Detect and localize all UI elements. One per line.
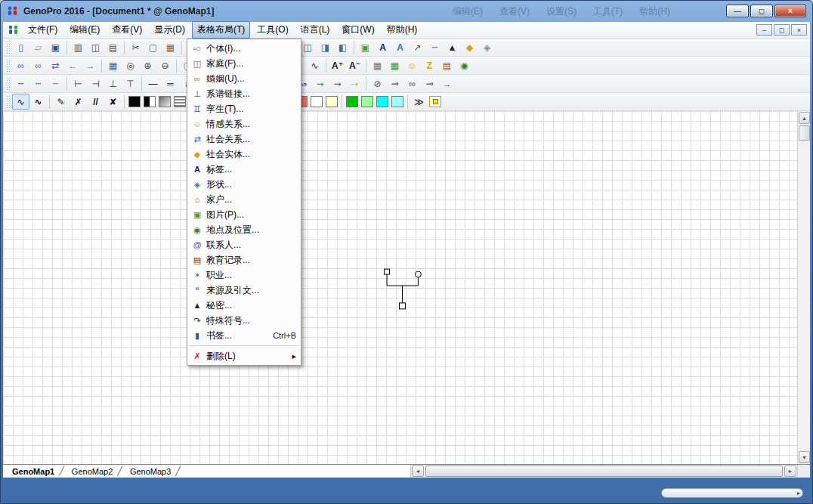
infinity-link-icon[interactable]: ∞ <box>403 76 421 91</box>
table-layout-a-icon[interactable]: ◨ <box>317 39 334 55</box>
menu-item-view[interactable]: 查看(V) <box>107 21 147 39</box>
mdi-minimize-button[interactable]: – <box>756 24 772 36</box>
table-view-icon[interactable]: ▦ <box>104 57 122 73</box>
zoom-out-icon[interactable]: ⊖ <box>156 57 174 73</box>
shape-icon[interactable]: ◈ <box>478 39 496 55</box>
delete-stroke-icon[interactable]: ✗ <box>70 94 87 110</box>
menu-item-household[interactable]: ⌂家户... <box>187 192 301 207</box>
genogram-fragment[interactable] <box>3 111 797 464</box>
align-top-icon[interactable]: ⊤ <box>122 76 139 91</box>
tab-genomap3[interactable]: GenoMap3 <box>124 467 174 476</box>
align-left-icon[interactable]: ⊢ <box>70 76 87 91</box>
custom-color-swatch[interactable] <box>429 96 441 107</box>
label-dark-icon[interactable]: A <box>374 39 391 55</box>
menu-item-source-citation[interactable]: “来源及引文... <box>187 283 301 298</box>
sources-book-icon[interactable]: ▤ <box>438 57 456 73</box>
menu-item-shape[interactable]: ◈形状... <box>187 177 301 192</box>
genomap-canvas[interactable] <box>3 111 797 464</box>
fill-half-swatch[interactable] <box>144 96 156 107</box>
align-right-icon[interactable]: ⊣ <box>87 76 104 91</box>
font-increase-icon[interactable]: A⁺ <box>329 57 346 73</box>
align-bottom-icon[interactable]: ⊥ <box>104 76 122 91</box>
toolbar-gripper[interactable] <box>6 95 10 109</box>
menu-item-file[interactable]: 文件(F) <box>23 21 63 39</box>
dash-style-icon[interactable]: ┄ <box>426 39 444 55</box>
horizontal-scroll-thumb[interactable] <box>425 465 783 477</box>
window-close-button[interactable]: × <box>774 5 806 17</box>
table-layout-b-icon[interactable]: ◧ <box>334 39 351 55</box>
menu-item-bookmark[interactable]: ▮书签...Ctrl+B <box>187 328 301 343</box>
menu-item-label[interactable]: A标签... <box>187 162 301 177</box>
horizontal-scrollbar[interactable]: ◄ ► <box>410 465 797 478</box>
background-scroll-right-arrow[interactable]: ▸ <box>797 490 800 496</box>
scroll-right-button[interactable]: ► <box>784 465 796 477</box>
curve-tool-1-icon[interactable]: ∿ <box>12 94 29 110</box>
hyperlink-1-icon[interactable]: ∞ <box>12 57 29 73</box>
hatch-icon[interactable]: // <box>87 94 104 110</box>
line-single-icon[interactable]: — <box>144 76 162 91</box>
pencil-icon[interactable]: ✎ <box>52 94 70 110</box>
toolbar-gripper[interactable] <box>6 77 10 91</box>
background-scrollbar-fragment[interactable]: ▸ <box>661 488 803 498</box>
menu-item-family[interactable]: ◫家庭(F)... <box>187 56 301 71</box>
arrow-right-icon[interactable]: → <box>438 76 456 91</box>
color-light-cyan-swatch[interactable] <box>391 96 403 107</box>
link-wave-3-icon[interactable]: ⇝ <box>311 76 329 91</box>
font-decrease-icon[interactable]: A⁻ <box>346 57 363 73</box>
find-icon[interactable]: ◎ <box>122 57 139 73</box>
menu-item-help[interactable]: 帮助(H) <box>382 21 423 39</box>
menu-item-contact[interactable]: @联系人... <box>187 237 301 252</box>
grid-snap-icon[interactable]: ▦ <box>386 57 403 73</box>
menu-item-twins[interactable]: ♊孪生(T)... <box>187 101 301 116</box>
individual-wizard-icon[interactable]: ◫ <box>299 39 317 55</box>
color-pale-yellow-swatch[interactable] <box>326 96 338 107</box>
back-icon[interactable]: ← <box>64 57 82 73</box>
paste-icon[interactable]: ▦ <box>162 39 179 55</box>
fill-lines-swatch[interactable] <box>174 96 186 107</box>
new-document-icon[interactable]: ▯ <box>12 39 29 55</box>
menu-item-table-layout[interactable]: 表格布局(T) <box>192 21 250 39</box>
secret-triangle-icon[interactable]: ▲ <box>444 39 461 55</box>
mdi-close-button[interactable]: × <box>791 24 807 36</box>
menu-item-edit[interactable]: 编辑(E) <box>64 21 105 39</box>
menu-item-emotional-relationship[interactable]: ☺情感关系... <box>187 116 301 131</box>
window-maximize-button[interactable]: ◻ <box>750 5 773 17</box>
picture-icon[interactable]: ▣ <box>357 39 374 55</box>
menu-item-social-relationship[interactable]: ⇄社会关系... <box>187 131 301 147</box>
copy-icon[interactable]: ▢ <box>144 39 162 55</box>
label-blue-icon[interactable]: A <box>391 39 409 55</box>
scroll-up-button[interactable]: ▲ <box>799 112 810 124</box>
dash-b-icon[interactable]: ┄ <box>29 76 47 91</box>
vertical-scrollbar[interactable]: ▲ ▼ <box>797 111 810 464</box>
scroll-down-button[interactable]: ▼ <box>799 451 810 463</box>
menu-item-tools[interactable]: 工具(O) <box>252 21 293 39</box>
line-double-icon[interactable]: ═ <box>162 76 179 91</box>
tab-genomap2[interactable]: GenoMap2 <box>66 467 116 476</box>
menu-item-marriage[interactable]: ∞婚姻(U)... <box>187 71 301 86</box>
print-icon[interactable]: ▤ <box>104 39 122 55</box>
curve-tool-2-icon[interactable]: ∿ <box>29 94 47 110</box>
more-colors-icon[interactable]: ≫ <box>410 94 428 110</box>
color-light-green-swatch[interactable] <box>361 96 373 107</box>
menu-item-special-symbol[interactable]: ↷特殊符号... <box>187 313 301 328</box>
toolbar-gripper[interactable] <box>6 41 10 54</box>
menu-item-pedigree-link[interactable]: ⊥系谱链接... <box>187 86 301 101</box>
color-cyan-swatch[interactable] <box>376 96 388 107</box>
world-icon[interactable]: ◉ <box>456 57 473 73</box>
wave-5-icon[interactable]: ∿ <box>306 57 323 73</box>
social-link-icon[interactable]: ⇄ <box>47 57 64 73</box>
dash-a-icon[interactable]: ╌ <box>12 76 29 91</box>
color-white-swatch[interactable] <box>311 96 323 107</box>
color-bright-green-swatch[interactable] <box>346 96 358 107</box>
menu-item-display[interactable]: 显示(D) <box>149 21 190 39</box>
grid-icon[interactable]: ▦ <box>369 57 386 73</box>
menu-item-window[interactable]: 窗口(W) <box>336 21 379 39</box>
menu-item-education[interactable]: ▤教育记录... <box>187 252 301 267</box>
menu-item-language[interactable]: 语言(L) <box>295 21 335 39</box>
hyperlink-2-icon[interactable]: ∞ <box>29 57 47 73</box>
vertical-scroll-thumb[interactable] <box>799 125 810 141</box>
open-icon[interactable]: ▱ <box>29 39 47 55</box>
save-icon[interactable]: ▣ <box>47 39 64 55</box>
menu-item-social-entity[interactable]: ◆社会实体... <box>187 147 301 162</box>
link-wave-4-icon[interactable]: ⇝ <box>329 76 346 91</box>
